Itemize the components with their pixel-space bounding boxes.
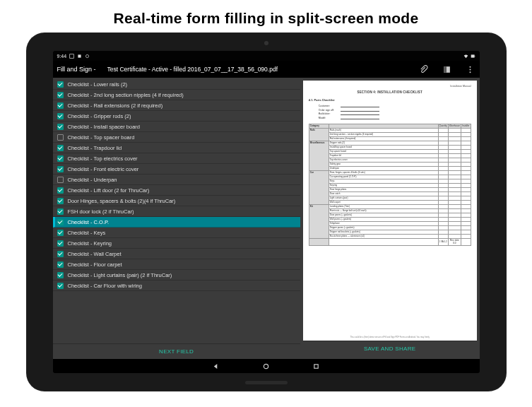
checklist-label: Checklist - Top electrics cover <box>68 155 138 162</box>
checklist-row[interactable]: FSH door lock (2 if ThruCar) <box>53 206 300 217</box>
checklist-label: Door Hinges, spacers & bolts (2)(4 if Th… <box>68 198 176 204</box>
checklist-row[interactable]: Checklist - Front electric cover <box>53 164 300 175</box>
paperclip-icon[interactable] <box>418 64 429 75</box>
pdf-td: 1 VA 5.2 <box>438 238 448 245</box>
checklist-row[interactable]: Checklist - Keys <box>53 228 300 238</box>
tablet-speaker <box>245 381 288 384</box>
checkbox[interactable] <box>57 198 64 204</box>
next-field-button[interactable]: NEXT FIELD <box>53 343 300 359</box>
checkbox[interactable] <box>57 272 64 278</box>
checkbox[interactable] <box>57 177 64 183</box>
pdf-field-row: Build date: <box>319 112 471 115</box>
checkbox[interactable] <box>57 113 64 119</box>
save-share-button[interactable]: SAVE AND SHARE <box>303 341 477 356</box>
app-bar: Fill and Sign - Test Certificate - Activ… <box>53 61 480 78</box>
checkbox[interactable] <box>57 187 64 194</box>
checkbox[interactable] <box>57 208 64 215</box>
wifi-icon <box>463 54 468 59</box>
split-content: Checklist - Lower rails (2)Checklist - 2… <box>53 78 480 359</box>
pdf-td: Rev. date 0.0 <box>448 238 461 245</box>
checklist-row[interactable]: Checklist - C.O.P. <box>53 217 300 228</box>
checklist[interactable]: Checklist - Lower rails (2)Checklist - 2… <box>53 78 300 343</box>
pdf-footnote: This could be a (free) demo version of F… <box>309 336 471 338</box>
checklist-label: Checklist - Car Floor with wiring <box>68 283 142 289</box>
checklist-row[interactable]: Checklist - Wall Carpet <box>53 249 300 259</box>
checklist-row[interactable]: Checklist - Lower rails (2) <box>53 79 300 90</box>
status-time: 9:44 <box>57 54 67 59</box>
pdf-td <box>309 238 329 245</box>
more-icon[interactable] <box>465 64 475 75</box>
checkbox[interactable] <box>57 81 64 88</box>
tablet-camera-dot <box>264 41 268 45</box>
pdf-fields: Customer:Order sign off:Build date:Model… <box>319 105 471 119</box>
checklist-row[interactable]: Checklist - Trapdoor lid <box>53 143 300 153</box>
checkbox[interactable] <box>57 251 64 257</box>
checklist-label: Checklist - Lower rails (2) <box>68 81 128 88</box>
checkbox[interactable] <box>57 124 64 130</box>
svg-rect-3 <box>471 54 474 57</box>
checklist-row[interactable]: Checklist - Rail extensions (2 if requir… <box>53 100 300 111</box>
checkbox[interactable] <box>57 92 64 98</box>
pdf-field-label: Build date: <box>319 112 338 115</box>
checklist-row[interactable]: Checklist - Gripper rods (2) <box>53 111 300 122</box>
checkbox[interactable] <box>57 283 64 289</box>
pdf-field-row: Order sign off: <box>319 109 471 112</box>
checkbox[interactable] <box>57 240 64 247</box>
checklist-label: Checklist - C.O.P. <box>68 219 110 225</box>
pdf-subtitle: 4.1. Parts Checklist <box>309 98 471 102</box>
checklist-row[interactable]: Checklist - Top spacer board <box>53 132 300 143</box>
page-heading: Real-time form filling in split-screen m… <box>0 0 532 33</box>
checklist-label: Checklist - Keyring <box>68 240 112 247</box>
pdf-preview[interactable]: Installation Manual SECTION 4: INSTALLAT… <box>303 81 477 341</box>
checklist-label: Checklist - Underpan <box>68 177 117 183</box>
svg-rect-1 <box>78 54 81 57</box>
checkbox[interactable] <box>57 219 64 225</box>
nav-back-icon[interactable] <box>212 362 220 370</box>
nav-recents-icon[interactable] <box>312 362 320 370</box>
checkbox[interactable] <box>57 134 64 141</box>
pdf-field-label: Customer: <box>319 105 338 107</box>
checklist-row[interactable]: Checklist - Underpan <box>53 175 300 185</box>
panel-icon[interactable] <box>442 64 452 75</box>
checklist-row[interactable]: Checklist - Lift door (2 for ThruCar) <box>53 185 300 196</box>
tablet-frame: 9:44 Fill an <box>26 33 507 391</box>
pdf-table: CategoryQuantityWarehouseInstallerRailsR… <box>309 124 471 246</box>
checklist-label: Checklist - Wall Carpet <box>68 251 122 257</box>
screen: 9:44 Fill an <box>53 51 480 373</box>
pdf-field-label: Model: <box>319 117 338 119</box>
checkbox[interactable] <box>57 102 64 109</box>
file-name: Test Certificate - Active - filled 2016_… <box>107 66 278 73</box>
checkbox[interactable] <box>57 166 64 172</box>
checklist-row[interactable]: Checklist - Top electrics cover <box>53 153 300 164</box>
checkbox[interactable] <box>57 261 64 268</box>
checklist-label: Checklist - Rail extensions (2 if requir… <box>68 102 163 109</box>
checklist-row[interactable]: Checklist - Light curtains (pair) (2 if … <box>53 270 300 281</box>
checklist-row[interactable]: Door Hinges, spacers & bolts (2)(4 if Th… <box>53 196 300 206</box>
checklist-label: Checklist - Install spacer board <box>68 124 141 130</box>
checklist-label: Checklist - Light curtains (pair) (2 if … <box>68 272 172 278</box>
checklist-label: Checklist - Floor carpet <box>68 261 122 268</box>
checklist-row[interactable]: Checklist - Car Floor with wiring <box>53 281 300 291</box>
svg-point-7 <box>469 66 471 67</box>
checklist-label: Checklist - Top spacer board <box>68 134 135 141</box>
checklist-row[interactable]: Checklist - Install spacer board <box>53 122 300 132</box>
checklist-row[interactable]: Checklist - 2nd long section nipples (4 … <box>53 90 300 100</box>
pdf-field-row: Customer: <box>319 105 471 107</box>
checkbox[interactable] <box>57 155 64 162</box>
checklist-label: Checklist - 2nd long section nipples (4 … <box>68 92 184 98</box>
checklist-row[interactable]: Checklist - Floor carpet <box>53 259 300 270</box>
status-icon-notif-1 <box>69 54 74 59</box>
svg-point-9 <box>469 71 471 73</box>
checkbox[interactable] <box>57 230 64 236</box>
checkbox[interactable] <box>57 145 64 151</box>
pdf-td <box>461 238 471 245</box>
checklist-label: Checklist - Lift door (2 for ThruCar) <box>68 187 150 194</box>
form-pane: Checklist - Lower rails (2)Checklist - 2… <box>53 78 300 359</box>
pdf-section-title: SECTION 4: INSTALLATION CHECKLIST <box>309 90 471 94</box>
app-title: Fill and Sign - <box>57 66 96 73</box>
pdf-group-cell: Car <box>309 170 329 204</box>
pdf-field-line <box>341 117 379 119</box>
checklist-row[interactable]: Checklist - Keyring <box>53 238 300 249</box>
pdf-group-cell: Rails <box>309 128 329 141</box>
nav-home-icon[interactable] <box>262 362 270 370</box>
